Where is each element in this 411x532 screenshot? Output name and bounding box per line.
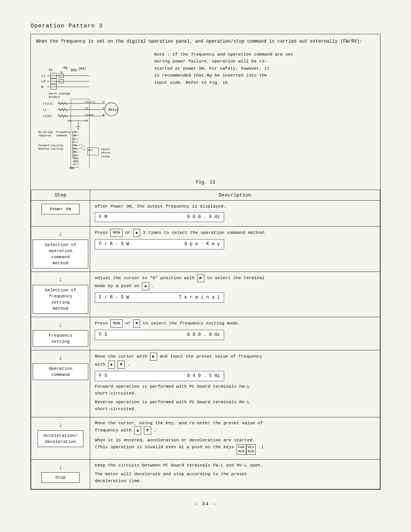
table-row: ↓Frequency settingPress MON or ▼ to sele… <box>31 317 380 350</box>
desc-text: The motor will decelerate and stop accor… <box>95 471 375 484</box>
display-left: F S <box>99 331 107 339</box>
step-cell: ↓Selection of frequency setting method <box>31 272 90 317</box>
display-panel: F S0 0 0 . 0 Hz <box>95 330 224 340</box>
desc-cell: Adjust the cursor to "0" position with ▶… <box>90 272 380 317</box>
svg-text:Frequency: Frequency <box>56 131 70 134</box>
circuit-svg: FF M4 BSS (M4) L1 L2 <box>36 51 135 169</box>
note-area: Note : If the frequency and operation co… <box>143 51 375 173</box>
arrow-down: ↓ <box>59 276 63 284</box>
table-row: ↓Operation commandMove the cursor with ▶… <box>31 350 380 417</box>
mon-button[interactable]: MON <box>110 229 123 237</box>
desc-text: Move the cursor, using the key, and re-e… <box>95 420 375 435</box>
desc-text: After Power ON, the output frequency is … <box>95 203 375 210</box>
svg-text:Motor: Motor <box>108 108 118 112</box>
desc-text: When it is entered, acceleration or dece… <box>95 437 375 455</box>
col-header-description: Description <box>90 190 380 201</box>
svg-text:N: N <box>41 85 43 89</box>
up-button[interactable]: ▲ <box>133 229 140 237</box>
svg-text:U: U <box>103 101 105 104</box>
step-cell: ↓Acceleration/ deceleration <box>31 417 90 459</box>
note-label: Note : <box>154 52 170 57</box>
step-label: Selection of frequency setting method <box>33 285 88 314</box>
display-left: F / R - S W <box>99 294 129 301</box>
svg-text:L1(L1): L1(L1) <box>43 102 54 105</box>
display-left: F M <box>99 214 107 221</box>
desc-text: Adjust the cursor to "0" position with ▶… <box>95 274 375 290</box>
svg-text:L1(L1): L1(L1) <box>85 101 96 104</box>
svg-text:L2: L2 <box>41 80 45 83</box>
rev-run-button[interactable]: REVRUN <box>246 444 256 455</box>
up-button[interactable]: ▲ <box>108 361 115 369</box>
desc-text: Forward operation is performed with PC b… <box>95 383 375 397</box>
svg-text:Breaker: Breaker <box>49 96 60 99</box>
svg-text:FF: FF <box>49 69 53 72</box>
table-row: ↓StopKeep the circuits between PC board … <box>31 459 380 489</box>
desc-cell: Keep the circuits between PC board termi… <box>90 459 380 489</box>
step-cell: ↓Frequency setting <box>31 317 90 350</box>
svg-text:alarm: alarm <box>101 151 110 154</box>
page: Operation Pattarn 3 When the frequency i… <box>0 0 411 532</box>
svg-text:M4: M4 <box>64 66 67 70</box>
step-label: Power ON <box>41 204 80 214</box>
step-cell: ↓Operation command <box>31 350 90 417</box>
display-left: F S <box>99 372 107 380</box>
fwd-run-button[interactable]: FWDRUN <box>237 444 246 455</box>
step-label: Stop <box>41 472 80 483</box>
step-table: Step Description Power ONAfter Power ON,… <box>31 190 380 489</box>
step-cell: ↓Selection of operation command method <box>31 227 90 272</box>
display-right: O p e - K e y <box>184 241 220 248</box>
fig-label: Fig. 13 <box>31 177 380 190</box>
intro-text: When the frequency is set on the digital… <box>31 34 380 47</box>
svg-text:Forward run/stop: Forward run/stop <box>38 144 63 147</box>
svg-text:L2: L2 <box>85 107 89 110</box>
step-cell: Power ON <box>31 201 90 227</box>
down-button[interactable]: ▼ <box>118 361 125 369</box>
table-row: Power ONAfter Power ON, the output frequ… <box>31 201 380 227</box>
svg-text:FRS: FRS <box>70 167 74 169</box>
step-label: Operation command <box>33 363 88 380</box>
svg-text:relay: relay <box>101 155 110 158</box>
desc-text: Move the cursor with ▶ and input the pre… <box>95 353 375 369</box>
display-right: 0 4 0 . 5 Hz <box>187 372 220 380</box>
display-panel: F / R - S WO p e - K e y <box>95 239 224 249</box>
note-text: If the frequency and operation command a… <box>154 52 293 85</box>
svg-text:(M4): (M4) <box>78 67 86 71</box>
desc-text: Press MON or ▲ 3 times to select the ope… <box>95 229 375 237</box>
desc-cell: After Power ON, the output frequency is … <box>90 201 380 227</box>
down-button[interactable]: ▼ <box>144 427 151 435</box>
desc-text: Press MON or ▼ to select the frequency s… <box>95 320 375 328</box>
svg-text:ALo: ALo <box>88 149 93 152</box>
down-button[interactable]: ▼ <box>133 320 140 328</box>
svg-text:Reverse run/stop: Reverse run/stop <box>38 147 63 150</box>
up-button[interactable]: ▲ <box>142 282 149 290</box>
desc-cell: Press MON or ▼ to select the frequency s… <box>90 317 380 350</box>
display-right: T e r m i n a l <box>179 294 220 301</box>
arrow-down: ↓ <box>59 354 63 363</box>
svg-text:required: required <box>38 134 51 137</box>
right-button[interactable]: ▶ <box>150 353 157 361</box>
display-left: F / R - S W <box>99 241 129 248</box>
svg-text:Earth Leakage: Earth Leakage <box>49 92 70 95</box>
svg-text:No wiring: No wiring <box>38 131 53 134</box>
step-label: Frequency setting <box>33 330 88 347</box>
right-button[interactable]: ▶ <box>197 274 204 282</box>
svg-text:command: command <box>56 134 67 137</box>
table-row: ↓Selection of operation command methodPr… <box>31 227 380 272</box>
circuit-diagram: FF M4 BSS (M4) L1 L2 <box>36 51 143 173</box>
svg-text:PE: PE <box>85 120 89 123</box>
col-header-step: Step <box>31 190 90 201</box>
table-row: ↓Acceleration/ decelerationMove the curs… <box>31 417 380 459</box>
desc-cell: Press MON or ▲ 3 times to select the ope… <box>90 227 380 272</box>
svg-text:L3(N): L3(N) <box>43 115 52 118</box>
display-panel: F / R - S WT e r m i n a l <box>95 292 224 303</box>
arrow-down: ↓ <box>59 321 63 329</box>
arrow-down: ↓ <box>59 463 63 472</box>
step-cell: ↓Stop <box>31 459 90 489</box>
page-title: Operation Pattarn 3 <box>30 23 381 29</box>
up-button[interactable]: ▲ <box>134 427 142 435</box>
mon-button[interactable]: MON <box>110 320 123 328</box>
desc-cell: Move the cursor with ▶ and input the pre… <box>90 350 380 417</box>
display-panel: F S0 4 0 . 5 Hz <box>95 371 224 381</box>
display-panel: F M0 0 0 . 0 Hz <box>95 212 224 222</box>
display-right: 0 0 0 . 0 Hz <box>187 214 220 221</box>
